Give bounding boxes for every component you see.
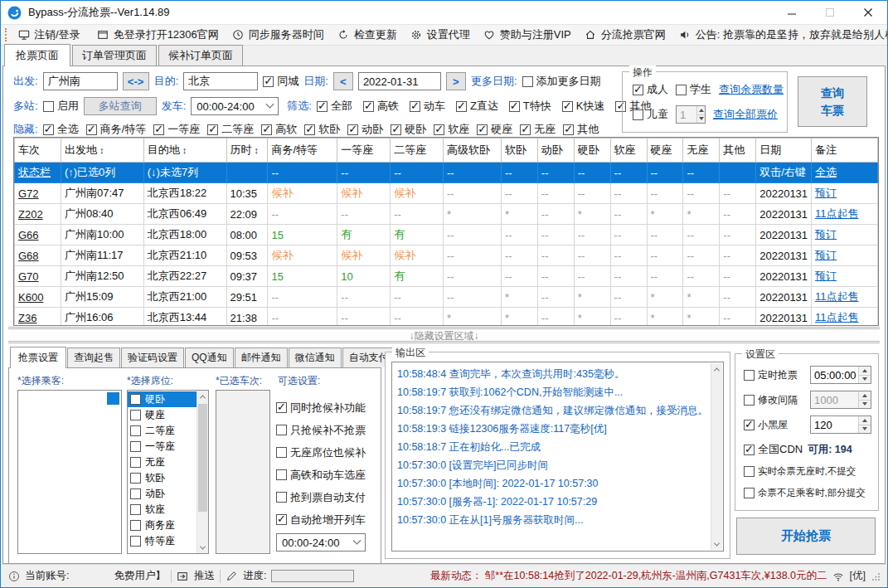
- train-number-link[interactable]: Z36: [15, 308, 61, 327]
- toolbar-item-0[interactable]: 注销/登录: [11, 27, 87, 42]
- maximize-button[interactable]: [811, 1, 849, 24]
- scroll-up-icon[interactable]: [197, 391, 208, 402]
- remark-link[interactable]: 11点起售: [812, 204, 878, 225]
- seat-option-商务座[interactable]: 商务座: [128, 518, 197, 533]
- remark-link[interactable]: 预订: [812, 245, 878, 266]
- hide-seat-checkbox-10[interactable]: 无座: [520, 122, 556, 137]
- selected-trains-box[interactable]: [216, 390, 270, 554]
- option-checkbox-5[interactable]: 自动抢增开列车: [276, 513, 366, 527]
- dest-input[interactable]: [183, 72, 258, 90]
- option-checkbox-0[interactable]: 同时抢候补功能: [276, 401, 366, 415]
- column-header-软卧[interactable]: 软卧: [501, 138, 537, 163]
- seat-option-动卧[interactable]: 动卧: [128, 486, 197, 502]
- resize-grip[interactable]: [872, 572, 881, 581]
- column-header-目的地[interactable]: 目的地↕: [143, 138, 226, 163]
- time-range-select[interactable]: 00:00-24:00: [276, 533, 366, 552]
- train-type-checkbox-0[interactable]: 全部: [317, 99, 352, 114]
- remark-link[interactable]: 11点起售: [812, 287, 878, 308]
- column-header-备注[interactable]: 备注: [812, 138, 878, 163]
- date-input[interactable]: [358, 72, 441, 90]
- train-number-link[interactable]: G68: [15, 245, 61, 266]
- remark-link[interactable]: 预订: [812, 225, 878, 245]
- settings-tab-抢票设置[interactable]: 抢票设置: [10, 347, 66, 368]
- seat-option-硬卧[interactable]: 硬卧: [128, 391, 197, 407]
- hide-seat-checkbox-5[interactable]: 软卧: [304, 122, 340, 137]
- settings-tab-查询起售[interactable]: 查询起售: [67, 347, 120, 367]
- multi-query-button[interactable]: 多站查询: [84, 97, 157, 115]
- seat-option-特等座[interactable]: 特等座: [128, 533, 197, 549]
- child-checkbox[interactable]: 儿童: [633, 107, 668, 122]
- output-log[interactable]: 10:58:48:4 查询完毕，本次查询共用时:435毫秒。10:58:19:7…: [391, 362, 724, 552]
- start-grab-button[interactable]: 开始抢票: [736, 518, 876, 555]
- column-header-其他[interactable]: 其他: [720, 138, 756, 163]
- hide-seat-checkbox-9[interactable]: 硬座: [477, 122, 512, 137]
- hide-seat-checkbox-0[interactable]: 全选: [43, 122, 79, 137]
- tab-抢票页面[interactable]: 抢票页面: [4, 44, 70, 66]
- adult-checkbox[interactable]: 成人: [633, 82, 668, 97]
- push-label[interactable]: 推送: [194, 569, 215, 583]
- settings-checkbox-0[interactable]: 定时抢票: [744, 368, 798, 382]
- hide-seat-checkbox-7[interactable]: 硬卧: [391, 122, 426, 137]
- seat-option-软座[interactable]: 软座: [128, 502, 197, 518]
- option-checkbox-1[interactable]: 只抢候补不抢票: [276, 423, 366, 438]
- column-header-商务/特等[interactable]: 商务/特等: [268, 138, 337, 163]
- depart-input[interactable]: [43, 72, 118, 90]
- hide-seat-checkbox-3[interactable]: 二等座: [207, 122, 254, 137]
- train-type-checkbox-1[interactable]: 高铁: [363, 99, 399, 114]
- scroll-up-icon[interactable]: [711, 363, 722, 375]
- toolbar-item-5[interactable]: 赞助与注册VIP: [477, 27, 578, 42]
- hide-seat-checkbox-4[interactable]: 高软: [261, 122, 297, 137]
- column-header-动卧[interactable]: 动卧: [537, 138, 574, 163]
- toolbar-item-2[interactable]: 同步服务器时间: [226, 27, 331, 42]
- column-header-日期[interactable]: 日期: [756, 138, 812, 163]
- scroll-down-icon[interactable]: [711, 538, 722, 550]
- column-header-高级软卧[interactable]: 高级软卧: [443, 138, 501, 163]
- train-number-link[interactable]: G66: [15, 225, 61, 245]
- passengers-listbox[interactable]: [17, 390, 122, 554]
- 定时抢票-spinner[interactable]: 05:00:00: [810, 366, 871, 384]
- toolbar-item-4[interactable]: 设置代理: [404, 27, 477, 42]
- query-prices-link[interactable]: 查询全部票价: [713, 107, 778, 122]
- select-all-link[interactable]: 全选: [812, 163, 878, 183]
- 修改间隔-spinner[interactable]: 1000: [810, 391, 871, 409]
- column-header-无座[interactable]: 无座: [683, 138, 720, 163]
- cdn-checkbox[interactable]: 全国CDN: [744, 442, 803, 457]
- seat-option-无座[interactable]: 无座: [128, 454, 197, 470]
- seats-listbox[interactable]: 硬卧硬座二等座一等座无座软卧动卧软座商务座特等座: [127, 390, 209, 554]
- 小黑屋-spinner[interactable]: 120: [810, 415, 871, 434]
- train-number-link[interactable]: K600: [15, 287, 61, 308]
- child-count-spinner[interactable]: 1: [676, 105, 706, 124]
- hide-seat-checkbox-1[interactable]: 商务/特等: [86, 122, 147, 137]
- query-tickets-link[interactable]: 查询余票数量: [719, 82, 784, 97]
- option-checkbox-4[interactable]: 抢到票自动支付: [276, 490, 366, 505]
- train-type-checkbox-5[interactable]: K快速: [562, 99, 605, 114]
- seat-option-二等座[interactable]: 二等座: [128, 423, 197, 439]
- date-next-button[interactable]: >: [446, 72, 466, 90]
- depart-time-select[interactable]: 00:00-24:00: [191, 97, 279, 115]
- seats-scrollbar[interactable]: [197, 391, 208, 553]
- train-number-link[interactable]: G70: [15, 266, 61, 287]
- train-type-checkbox-2[interactable]: 动车: [410, 99, 445, 114]
- minimize-button[interactable]: [773, 1, 811, 24]
- option-checkbox-3[interactable]: 高铁和动车选座: [276, 468, 366, 483]
- column-header-出发地[interactable]: 出发地↕: [61, 138, 143, 163]
- hidden-settings-divider[interactable]: ↓隐藏设置区域↓: [8, 327, 880, 343]
- settings-tab-邮件通知[interactable]: 邮件通知: [235, 347, 288, 367]
- settings-tab-微信通知[interactable]: 微信通知: [289, 347, 342, 367]
- hide-seat-checkbox-8[interactable]: 软座: [434, 122, 469, 137]
- settings-tab-QQ通知[interactable]: QQ通知: [185, 347, 234, 367]
- column-header-一等座[interactable]: 一等座: [337, 138, 391, 163]
- seat-option-软卧[interactable]: 软卧: [128, 470, 197, 486]
- seat-option-硬座[interactable]: 硬座: [128, 407, 197, 423]
- column-header-硬座[interactable]: 硬座: [647, 138, 683, 163]
- add-dates-checkbox[interactable]: 添加更多日期: [522, 74, 601, 89]
- swap-stations-button[interactable]: <->: [123, 72, 149, 90]
- tab-订单管理页面[interactable]: 订单管理页面: [72, 45, 157, 66]
- same-city-checkbox[interactable]: 同城: [263, 74, 298, 89]
- train-number-link[interactable]: Z202: [15, 204, 61, 225]
- settings-tab-验证码设置[interactable]: 验证码设置: [121, 347, 184, 367]
- option-checkbox-2[interactable]: 无座席位也候补: [276, 445, 366, 460]
- train-type-checkbox-4[interactable]: T特快: [509, 99, 551, 114]
- column-header-车次[interactable]: 车次: [15, 138, 61, 163]
- extra-checkbox-0[interactable]: 实时余票无座时,不提交: [744, 465, 856, 478]
